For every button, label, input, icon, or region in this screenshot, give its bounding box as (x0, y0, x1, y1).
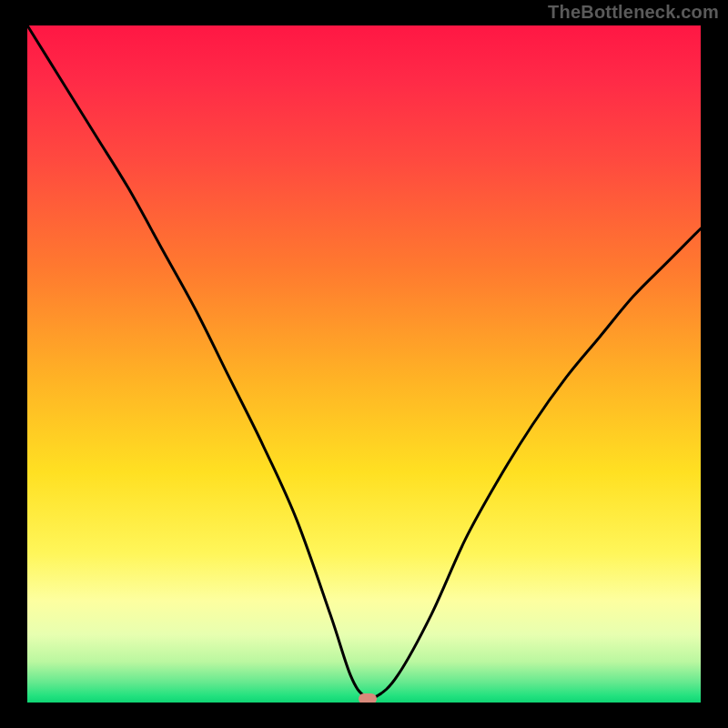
watermark-label: TheBottleneck.com (548, 2, 719, 23)
chart-frame: TheBottleneck.com (0, 0, 728, 728)
curve-path (27, 25, 701, 698)
bottleneck-curve (27, 25, 701, 703)
plot-area (27, 25, 701, 703)
